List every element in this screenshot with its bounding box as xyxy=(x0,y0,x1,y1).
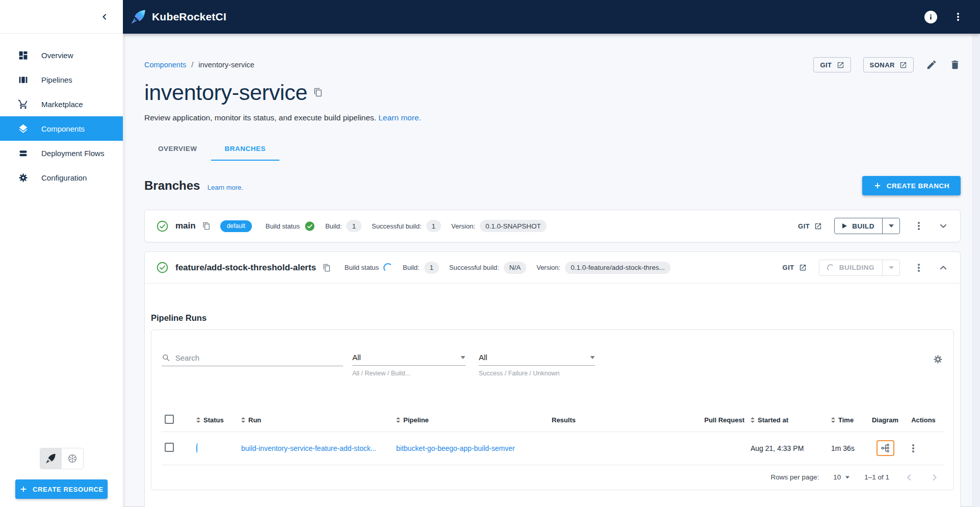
page-actions: GIT SONAR xyxy=(813,57,961,72)
build-status-label: Build status xyxy=(266,222,300,230)
sort-time-button[interactable] xyxy=(831,417,835,423)
column-header-started-at[interactable]: Started at xyxy=(758,416,788,424)
sidebar-item-marketplace[interactable]: Marketplace xyxy=(0,92,123,116)
play-icon xyxy=(842,223,847,229)
app-header: KubeRocketCI xyxy=(123,0,980,34)
search-field[interactable] xyxy=(162,353,343,366)
stacked-bars-icon xyxy=(17,147,29,159)
column-header-actions: Actions xyxy=(911,416,936,424)
page-title: inventory-service xyxy=(144,80,307,105)
column-header-status[interactable]: Status xyxy=(203,416,224,424)
version-chip: 0.1.0-SNAPSHOT xyxy=(480,220,547,232)
branch-menu-button[interactable] xyxy=(912,261,925,274)
sidebar-collapse-button[interactable] xyxy=(99,12,110,22)
subtitle-learn-more-link[interactable]: Learn more. xyxy=(378,113,421,122)
sidebar-nav: Overview Pipelines Marketplace Component… xyxy=(0,34,123,190)
successful-build-chip: N/A xyxy=(504,262,527,274)
table-pagination: Rows per page: 10 1–1 of 1 xyxy=(162,465,943,490)
sidebar-item-components[interactable]: Components xyxy=(0,116,123,141)
row-checkbox[interactable] xyxy=(165,443,174,452)
column-header-pipeline[interactable]: Pipeline xyxy=(403,416,429,424)
building-spinner xyxy=(827,264,834,271)
sort-started-at-button[interactable] xyxy=(751,417,755,423)
sort-run-button[interactable] xyxy=(241,417,245,423)
version-label: Version: xyxy=(451,222,475,230)
sidebar-item-label: Deployment Flows xyxy=(41,149,104,158)
sonar-external-button[interactable]: SONAR xyxy=(863,57,914,72)
breadcrumb-separator: / xyxy=(191,61,193,69)
column-header-time[interactable]: Time xyxy=(838,416,854,424)
sidebar-item-configuration[interactable]: Configuration xyxy=(0,165,123,190)
krci-view-toggle-button[interactable] xyxy=(40,448,62,469)
build-options-button[interactable] xyxy=(882,218,899,234)
caret-down-icon xyxy=(889,266,894,269)
sidebar-item-overview[interactable]: Overview xyxy=(0,43,123,67)
table-settings-button[interactable] xyxy=(933,354,943,365)
chevron-left-icon xyxy=(99,12,110,22)
tab-branches[interactable]: BRANCHES xyxy=(211,138,280,161)
kubernetes-view-toggle-button[interactable] xyxy=(62,448,83,469)
git-external-button[interactable]: GIT xyxy=(813,57,850,72)
create-resource-button[interactable]: CREATE RESOURCE xyxy=(15,479,108,499)
rows-per-page-select[interactable]: 10 xyxy=(833,473,850,481)
branches-learn-more-link[interactable]: Learn more. xyxy=(208,184,243,191)
column-header-pull-request: Pull Request xyxy=(704,416,744,424)
header-menu-button[interactable] xyxy=(951,10,965,23)
delete-button[interactable] xyxy=(949,59,961,70)
tab-overview[interactable]: OVERVIEW xyxy=(144,138,211,161)
scrollbar[interactable] xyxy=(972,34,980,507)
branch-name: main xyxy=(175,221,196,231)
pipeline-type-filter[interactable]: All All / Review / Build... xyxy=(352,353,466,377)
build-label: Build: xyxy=(325,222,342,230)
branch-git-link-button[interactable]: GIT xyxy=(783,264,807,271)
breadcrumb-current: inventory-service xyxy=(198,61,254,69)
sidebar-item-pipelines[interactable]: Pipelines xyxy=(0,67,123,92)
build-status-success-icon xyxy=(304,221,315,232)
edit-button[interactable] xyxy=(926,59,937,70)
branch-git-link-button[interactable]: GIT xyxy=(798,222,822,230)
caret-down-icon xyxy=(461,356,466,359)
search-input[interactable] xyxy=(175,353,343,362)
kubernetes-wheel-icon xyxy=(67,453,78,464)
column-header-run[interactable]: Run xyxy=(248,416,261,424)
trash-icon xyxy=(949,59,961,70)
create-branch-button[interactable]: CREATE BRANCH xyxy=(862,176,961,195)
copy-title-button[interactable] xyxy=(314,88,323,97)
cart-icon xyxy=(17,98,29,110)
create-resource-label: CREATE RESOURCE xyxy=(33,486,104,493)
diagram-button[interactable] xyxy=(876,440,894,456)
app-window: Overview Pipelines Marketplace Component… xyxy=(0,0,980,507)
branch-collapse-button[interactable] xyxy=(938,262,949,273)
sidebar-item-deployment-flows[interactable]: Deployment Flows xyxy=(0,141,123,165)
copy-branch-name-button[interactable] xyxy=(323,264,331,272)
pipelines-icon xyxy=(17,73,29,86)
branch-expand-button[interactable] xyxy=(938,220,949,232)
branch-stats: Build status Build: 1 Successful build: … xyxy=(345,262,670,274)
next-page-button[interactable] xyxy=(929,472,940,483)
pipeline-type-filter-value: All xyxy=(352,353,361,362)
branch-menu-button[interactable] xyxy=(912,219,925,233)
sort-pipeline-button[interactable] xyxy=(396,417,400,423)
copy-branch-name-button[interactable] xyxy=(202,222,211,230)
successful-build-label: Successful build: xyxy=(449,264,499,271)
time-cell: 1m 36s xyxy=(828,432,867,465)
pipeline-runs-table: Status Run Pipeline Results Pull Request… xyxy=(162,409,943,465)
pipeline-link[interactable]: bitbucket-go-beego-app-build-semver xyxy=(396,444,515,452)
building-split-button: BUILDING xyxy=(819,260,900,276)
select-all-checkbox[interactable] xyxy=(165,415,174,424)
previous-page-button[interactable] xyxy=(904,472,915,483)
run-link[interactable]: build-inventory-service-feature-add-stoc… xyxy=(241,444,376,452)
sidebar: Overview Pipelines Marketplace Component… xyxy=(0,0,123,507)
page-subtitle: Review application, monitor its status, … xyxy=(144,113,961,122)
build-button[interactable]: BUILD xyxy=(835,218,882,234)
breadcrumb-components-link[interactable]: Components xyxy=(144,61,186,69)
pipeline-runs-card: All All / Review / Build... All Success … xyxy=(151,329,954,490)
table-row: build-inventory-service-feature-add-stoc… xyxy=(162,432,943,465)
plus-icon xyxy=(873,182,882,190)
sort-status-button[interactable] xyxy=(196,417,200,423)
row-actions-button[interactable] xyxy=(907,442,920,455)
branches-heading: Branches xyxy=(144,179,200,192)
info-button[interactable] xyxy=(924,11,937,23)
branch-card-feature: feature/add-stock-threshold-alerts Build… xyxy=(144,251,961,507)
status-filter[interactable]: All Success / Failure / Unknown xyxy=(479,353,595,377)
